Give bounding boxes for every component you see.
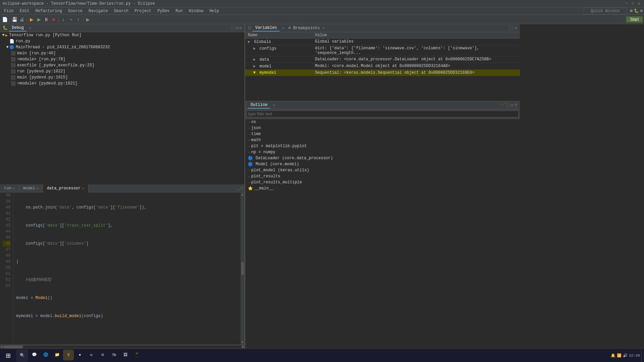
tab-data-processor[interactable]: data_processor ✕ <box>43 184 89 192</box>
menu-window[interactable]: Window <box>186 8 206 14</box>
taskbar-store-icon[interactable]: 🛍 <box>109 350 119 360</box>
close-run-tab[interactable]: ✕ <box>13 186 15 190</box>
model-expand[interactable]: ▶ <box>253 64 256 69</box>
outline-filter-input[interactable] <box>247 111 519 117</box>
var-row-mymodel[interactable]: ▼ mymodel Sequential: <keras.models.Sequ… <box>245 70 520 76</box>
code-editor[interactable]: 38 39 40 41 42 43 44 45 46 47 48 49 50 5… <box>0 192 245 345</box>
menu-project[interactable]: Project <box>132 8 154 14</box>
hscroll-track[interactable] <box>3 346 241 348</box>
outline-ctrl-sort[interactable]: ↕ <box>501 103 503 108</box>
tree-module-1621[interactable]: ⬛ <module> [pydevd.py:1621] <box>0 80 245 86</box>
outline-tab[interactable]: Outline <box>248 102 270 109</box>
outline-model-cls[interactable]: 🔵Model (core.model) <box>245 161 520 167</box>
code-content[interactable]: os.path.join('data', configs['data']['fi… <box>13 192 240 345</box>
editor-hscroll[interactable]: ◀ ▶ <box>0 345 245 349</box>
close-button[interactable]: ✕ <box>637 1 641 6</box>
hscroll-right[interactable]: ▶ <box>242 345 244 348</box>
run-button[interactable]: ▶ <box>85 16 91 23</box>
menu-source[interactable]: Source <box>65 8 85 14</box>
taskbar-show-desktop[interactable] <box>641 350 643 362</box>
debug-close[interactable]: ✕ <box>29 26 31 30</box>
taskbar-network-icon[interactable]: 📶 <box>617 353 622 358</box>
outline-np[interactable]: →np = numpy <box>245 149 520 155</box>
hscroll-left[interactable]: ◀ <box>1 345 2 348</box>
taskbar-settings-icon[interactable]: ⚙ <box>97 350 108 360</box>
expand-icon3[interactable]: ▼ <box>5 45 9 50</box>
menu-search[interactable]: Search <box>111 8 131 14</box>
minimize-button[interactable]: ─ <box>625 1 629 6</box>
menu-help[interactable]: Help <box>207 8 222 14</box>
scroll-thumb[interactable] <box>241 262 244 275</box>
debug-perspective-icon[interactable]: 🐛 <box>634 8 639 13</box>
taskbar-file-icon[interactable]: 📁 <box>52 350 62 360</box>
data-expand[interactable]: ▶ <box>253 57 256 62</box>
tree-run-1022[interactable]: ⬛ run [pydevd.py:1022] <box>0 68 245 74</box>
outline-ctrl-1[interactable]: ⬛ <box>505 103 510 108</box>
resume-button[interactable]: ▶ <box>36 16 42 23</box>
editor-vscroll[interactable]: ▲ ▼ <box>240 192 245 345</box>
var-row-configs[interactable]: ▶ configs dict: {'data': {'filename': 's… <box>245 45 520 56</box>
save-button[interactable]: 💾 <box>11 16 18 23</box>
debug-button[interactable]: ▶ <box>28 16 35 23</box>
outline-plot-model[interactable]: →plot_model (keras.utils) <box>245 167 520 173</box>
tree-mainthread[interactable]: ▼ 🔵 MainThread - pid_24312_id_2601760683… <box>0 44 245 50</box>
scroll-down-icon[interactable]: ▼ <box>242 341 244 344</box>
taskbar-extra-icon[interactable]: 📱 <box>131 350 142 360</box>
outline-close[interactable]: ✕ <box>273 103 275 107</box>
tree-tensorflow-run[interactable]: ▼ ▶ Tensorflow run.py [Python Run] <box>0 32 245 38</box>
var-row-globals[interactable]: ▶ Globals Global variables <box>245 39 520 45</box>
menu-navigate[interactable]: Navigate <box>86 8 111 14</box>
outline-dataloader[interactable]: 🔵DataLoader (core.data_processor) <box>245 155 520 161</box>
breakpoints-tab[interactable]: ⊙ Breakpoints <box>288 25 320 31</box>
var-row-data[interactable]: ▶ data DataLoader: <core.data_processor.… <box>245 56 520 63</box>
outline-time[interactable]: →time <box>245 131 520 137</box>
taskbar-photos-icon[interactable]: 🖼 <box>120 350 131 360</box>
start-button[interactable]: ⊞ <box>1 349 15 362</box>
step-over-button[interactable]: → <box>67 16 74 23</box>
outline-ctrl-2[interactable]: ◻ <box>511 103 514 108</box>
tab-run[interactable]: run ✕ <box>0 184 19 192</box>
close-dataprocessor-tab[interactable]: ✕ <box>82 186 84 190</box>
debug-ctrl-1[interactable]: ⬛ <box>231 25 236 31</box>
print-button[interactable]: 🖨 <box>18 16 25 23</box>
hscroll-thumb[interactable] <box>3 346 23 348</box>
taskbar-chrome-icon[interactable]: ● <box>74 350 85 360</box>
step-into-button[interactable]: ↓ <box>60 16 67 23</box>
var-close[interactable]: ✕ <box>282 26 284 30</box>
maximize-button[interactable]: □ <box>631 1 635 6</box>
step-return-button[interactable]: ↑ <box>75 16 82 23</box>
debug-tab[interactable]: Debug <box>9 25 26 32</box>
taskbar-eclipse-icon[interactable]: ☿ <box>63 350 74 360</box>
quick-access-box[interactable]: Quick Access <box>584 8 627 14</box>
var-ctrl-1[interactable]: ⬛ <box>508 25 514 31</box>
outline-main[interactable]: ⭐ __main__ <box>245 185 520 191</box>
tree-execfile[interactable]: ⬛ execfile [_pydev_execfile.py:25] <box>0 62 245 68</box>
menu-pydev[interactable]: PyDev <box>155 8 172 14</box>
bp-close[interactable]: ✕ <box>322 26 324 30</box>
outline-ctrl-3[interactable]: ▽ <box>515 103 517 108</box>
expand-icon[interactable]: ▼ <box>1 33 5 38</box>
taskbar-mail-icon[interactable]: ✉ <box>86 350 97 360</box>
mymodel-expand[interactable]: ▼ <box>253 70 256 75</box>
menu-file[interactable]: File <box>1 8 16 14</box>
new-button[interactable]: 📄 <box>1 16 8 23</box>
tab-model[interactable]: model ✕ <box>19 184 43 192</box>
perspectives-icon[interactable]: ⊞ <box>630 8 633 13</box>
tree-run-py[interactable]: 📄 run.py <box>0 38 245 44</box>
debug-ctrl-2[interactable]: ◻ <box>236 25 239 31</box>
outline-math[interactable]: →math <box>245 137 520 143</box>
outline-plot-results[interactable]: →plot_results <box>245 173 520 179</box>
variables-tab[interactable]: Variables <box>253 25 280 32</box>
close-model-tab[interactable]: ✕ <box>37 186 39 190</box>
editor-ctrl-min[interactable]: _ <box>237 186 239 191</box>
outline-json[interactable]: →json <box>245 125 520 131</box>
tree-main-46[interactable]: ⬛ main [run.py:46] <box>0 50 245 56</box>
start-button[interactable]: Start <box>626 16 643 22</box>
scroll-up-icon[interactable]: ▲ <box>242 193 244 196</box>
outline-plot-results-multiple[interactable]: →plot_results_multiple <box>245 179 520 185</box>
outline-plt[interactable]: →plt = matplotlib.pyplot <box>245 143 520 149</box>
tree-main-1615[interactable]: ⬛ main [pydevd.py:1615] <box>0 74 245 80</box>
configs-expand[interactable]: ▶ <box>253 46 256 51</box>
menu-run[interactable]: Run <box>173 8 185 14</box>
terminate-button[interactable]: ■ <box>50 16 57 23</box>
